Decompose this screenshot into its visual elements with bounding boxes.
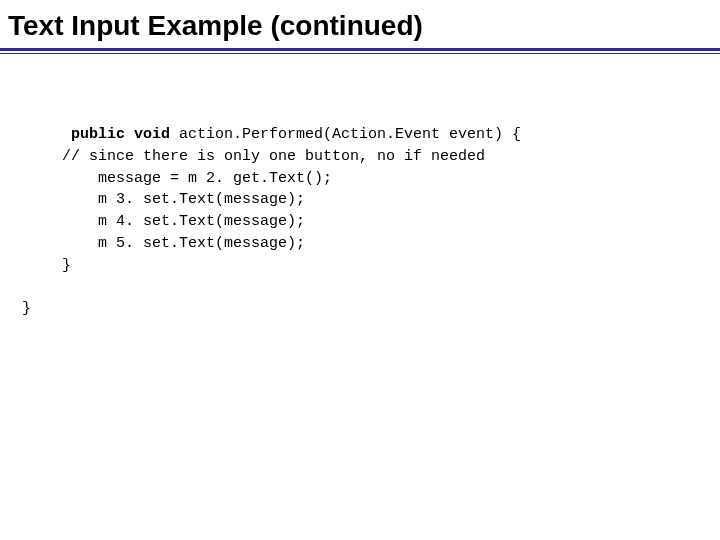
code-line-1: message = m 2. get.Text(); xyxy=(62,170,332,187)
code-line-2: m 3. set.Text(message); xyxy=(62,191,305,208)
code-line-comment: // since there is only one button, no if… xyxy=(62,148,485,165)
signature-rest: action.Performed(Action.Event event) { xyxy=(170,126,521,143)
code-block: public void action.Performed(Action.Even… xyxy=(0,54,720,320)
title-area: Text Input Example (continued) xyxy=(0,0,720,46)
slide: Text Input Example (continued) public vo… xyxy=(0,0,720,540)
title-rule-thick xyxy=(0,48,720,51)
code-line-3: m 4. set.Text(message); xyxy=(62,213,305,230)
code-line-close-inner: } xyxy=(62,257,71,274)
keyword-public: public xyxy=(71,126,125,143)
code-line-signature: public void action.Performed(Action.Even… xyxy=(62,126,521,143)
slide-title: Text Input Example (continued) xyxy=(8,10,712,42)
code-line-close-outer: } xyxy=(22,298,31,320)
keyword-void: void xyxy=(134,126,170,143)
code-line-4: m 5. set.Text(message); xyxy=(62,235,305,252)
